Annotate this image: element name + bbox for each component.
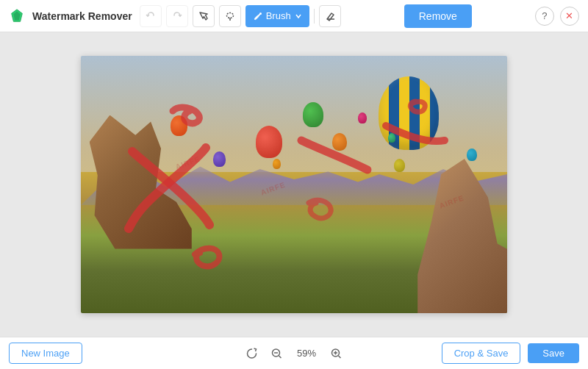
bottom-left: New Image [9,343,82,364]
zoom-out-button[interactable] [269,345,285,362]
app-logo-icon [9,8,25,24]
brush-label: Brush [266,10,291,21]
rotate-button[interactable] [244,345,260,362]
window-controls: ? ✕ [535,7,579,26]
toolbar-tools: Brush [140,5,341,27]
brush-strokes-overlay [81,56,507,313]
svg-point-2 [226,12,233,18]
close-button[interactable]: ✕ [560,7,579,26]
image-container[interactable]: AIRFE AIRFE AIRFE [81,56,507,313]
svg-line-8 [279,356,282,358]
zoom-in-button[interactable] [329,345,345,362]
new-image-button[interactable]: New Image [9,343,82,364]
titlebar-left: Watermark Remover [9,5,341,27]
bottom-bar: New Image 59% [0,337,588,369]
redo-button[interactable] [166,5,188,27]
zoom-level-display: 59% [294,348,320,359]
zoom-controls: 59% [244,345,345,362]
undo-button[interactable] [140,5,162,27]
svg-point-4 [259,12,262,15]
app-title: Watermark Remover [32,10,132,22]
canvas-area: AIRFE AIRFE AIRFE [0,32,588,337]
save-button[interactable]: Save [528,343,579,363]
brush-tool-button[interactable]: Brush [245,5,309,27]
crop-save-button[interactable]: Crop & Save [442,343,521,364]
help-button[interactable]: ? [535,7,554,26]
remove-button[interactable]: Remove [404,4,472,28]
eraser-tool-button[interactable] [319,5,341,27]
bottom-right: Crop & Save Save [442,343,579,364]
selection-tool-button[interactable] [193,5,215,27]
lasso-tool-button[interactable] [219,5,241,27]
svg-line-12 [339,356,341,358]
titlebar: Watermark Remover [0,0,588,32]
